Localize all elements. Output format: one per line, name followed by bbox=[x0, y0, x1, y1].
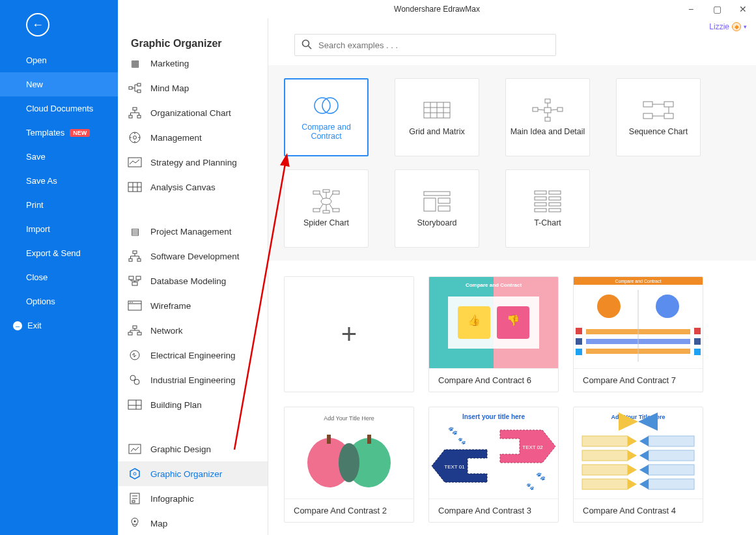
category-icon bbox=[128, 274, 141, 287]
category-label: Map bbox=[150, 519, 167, 528]
type-card-spider-chart[interactable]: Spider Chart bbox=[284, 169, 369, 248]
svg-point-26 bbox=[130, 351, 139, 360]
category-label: Strategy and Planning bbox=[150, 158, 237, 167]
templates-grid[interactable]: + Compare and Contract 👍 👎 bbox=[268, 261, 756, 535]
sidebar-item-import[interactable]: Import bbox=[0, 217, 118, 241]
svg-marker-152 bbox=[639, 479, 649, 489]
svg-marker-150 bbox=[628, 479, 637, 489]
sidebar-item-options[interactable]: Options bbox=[0, 289, 118, 313]
svg-rect-88 bbox=[535, 191, 546, 194]
search-icon bbox=[301, 39, 312, 51]
svg-rect-67 bbox=[664, 113, 673, 119]
svg-rect-123 bbox=[327, 435, 331, 444]
svg-rect-149 bbox=[582, 479, 628, 489]
sidebar-item-templates[interactable]: TemplatesNEW bbox=[0, 121, 118, 145]
category-item[interactable]: ▤Project Management bbox=[118, 219, 268, 244]
sidebar-item-new[interactable]: New bbox=[0, 72, 118, 96]
template-card[interactable]: Compare and Contract Compare And Contrac… bbox=[573, 276, 703, 392]
type-label: Grid and Matrix bbox=[409, 127, 464, 136]
category-item[interactable]: Database Modeling bbox=[118, 268, 268, 293]
category-icon bbox=[128, 250, 141, 263]
search-input[interactable] bbox=[318, 40, 549, 50]
svg-rect-4 bbox=[129, 115, 132, 118]
sidebar-item-cloud-documents[interactable]: Cloud Documents bbox=[0, 96, 118, 121]
template-card[interactable]: Insert your title here TEXT 02 TEXT 01 🐾… bbox=[428, 407, 559, 523]
category-item[interactable]: Building Plan bbox=[118, 392, 268, 417]
window-controls: − ▢ ✕ bbox=[678, 0, 756, 18]
storyboard-icon bbox=[421, 190, 453, 213]
category-item[interactable]: Infographic bbox=[118, 486, 268, 511]
category-icon: ▦ bbox=[128, 57, 141, 70]
category-label: Software Development bbox=[150, 252, 240, 261]
category-item-graphic-organizer[interactable]: Graphic Organizer bbox=[118, 461, 268, 486]
type-card-main-idea[interactable]: Main Idea and Detail bbox=[505, 78, 590, 156]
blank-thumbnail: + bbox=[285, 277, 413, 391]
sidebar-item-export-send[interactable]: Export & Send bbox=[0, 241, 118, 265]
category-label: Building Plan bbox=[150, 400, 202, 410]
type-card-storyboard[interactable]: Storyboard bbox=[395, 169, 479, 248]
type-card-compare-contract[interactable]: Compare and Contract bbox=[284, 78, 369, 156]
svg-text:TEXT 02: TEXT 02 bbox=[522, 444, 543, 450]
category-item[interactable]: Analysis Canvas bbox=[118, 175, 268, 199]
category-item[interactable]: Map bbox=[118, 511, 268, 535]
svg-rect-73 bbox=[333, 191, 339, 194]
category-item[interactable]: Strategy and Planning bbox=[118, 150, 268, 175]
spider-icon bbox=[311, 190, 342, 213]
type-card-sequence-chart[interactable]: Sequence Chart bbox=[616, 78, 701, 156]
category-item[interactable]: Mind Map bbox=[118, 76, 268, 100]
sidebar-item-exit[interactable]: –Exit bbox=[0, 313, 118, 338]
svg-rect-139 bbox=[649, 436, 694, 446]
category-icon bbox=[128, 349, 141, 362]
template-label: Compare And Contrast 2 bbox=[285, 499, 413, 522]
grid-icon bbox=[421, 98, 453, 122]
svg-marker-146 bbox=[628, 465, 637, 475]
category-item[interactable]: Industrial Engineering bbox=[118, 368, 268, 392]
category-label: Graphic Design bbox=[150, 444, 211, 454]
venn-icon bbox=[311, 94, 342, 117]
sidebar-item-save[interactable]: Save bbox=[0, 145, 118, 169]
sidebar-item-label: Exit bbox=[27, 321, 42, 330]
template-label: Compare And Contrast 4 bbox=[574, 499, 703, 522]
svg-rect-56 bbox=[533, 108, 538, 111]
category-item[interactable]: Software Development bbox=[118, 244, 268, 268]
sidebar-item-close[interactable]: Close bbox=[0, 265, 118, 289]
category-icon: ▤ bbox=[128, 225, 141, 238]
svg-rect-137 bbox=[582, 436, 628, 446]
template-card[interactable]: Compare and Contract 👍 👎 Compare And Con… bbox=[428, 276, 559, 392]
svg-marker-144 bbox=[639, 450, 649, 461]
search-field[interactable] bbox=[294, 34, 556, 56]
sidebar-item-label: Save As bbox=[26, 176, 57, 186]
type-card-t-chart[interactable]: T-Chart bbox=[505, 169, 590, 248]
category-title: Graphic Organizer bbox=[118, 18, 268, 56]
type-card-grid-matrix[interactable]: Grid and Matrix bbox=[395, 78, 479, 156]
sidebar-item-print[interactable]: Print bbox=[0, 193, 118, 217]
category-item[interactable]: Network bbox=[118, 318, 268, 343]
category-item[interactable]: Electrical Engineering bbox=[118, 343, 268, 368]
sidebar-item-save-as[interactable]: Save As bbox=[0, 169, 118, 193]
template-blank[interactable]: + bbox=[284, 276, 414, 392]
pin-icon bbox=[128, 517, 141, 530]
svg-text:Add Your Title Here: Add Your Title Here bbox=[324, 415, 374, 422]
minimize-button[interactable]: − bbox=[678, 0, 704, 18]
category-item[interactable]: ▦Marketing bbox=[118, 56, 268, 76]
user-account[interactable]: Lizzie ◆ ▾ bbox=[709, 22, 747, 31]
svg-rect-116 bbox=[694, 328, 701, 334]
svg-marker-148 bbox=[639, 465, 649, 475]
svg-rect-76 bbox=[323, 190, 329, 192]
template-card[interactable]: Add Your Title Here Compare And Contrast… bbox=[284, 407, 414, 523]
category-item[interactable]: Organizational Chart bbox=[118, 100, 268, 125]
category-icon bbox=[128, 492, 141, 505]
svg-text:Compare and Contract: Compare and Contract bbox=[466, 282, 522, 288]
category-item[interactable]: Management bbox=[118, 125, 268, 150]
template-card[interactable]: Add Your Title Here bbox=[573, 407, 703, 523]
category-item[interactable]: Graphic Design bbox=[118, 437, 268, 461]
category-list[interactable]: ▦Marketing Mind Map Organizational Chart… bbox=[118, 56, 268, 535]
hexagon-icon bbox=[128, 467, 141, 480]
sidebar-item-open[interactable]: Open bbox=[0, 48, 118, 72]
close-button[interactable]: ✕ bbox=[730, 0, 756, 18]
category-icon bbox=[128, 131, 141, 144]
back-button[interactable]: ← bbox=[26, 13, 49, 36]
maximize-button[interactable]: ▢ bbox=[704, 0, 730, 18]
category-item[interactable]: Wireframe bbox=[118, 293, 268, 318]
category-label: Marketing bbox=[150, 59, 189, 68]
